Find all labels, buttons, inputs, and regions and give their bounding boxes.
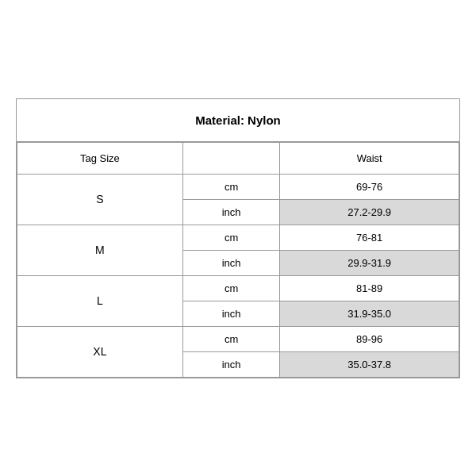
table-header: Tag Size Waist xyxy=(17,142,459,174)
unit-cell: cm xyxy=(182,174,279,199)
table-row: Lcm81-89 xyxy=(17,275,459,301)
waist-value-cell: 27.2-29.9 xyxy=(280,199,459,225)
waist-value-cell: 81-89 xyxy=(280,275,459,301)
chart-title: Material: Nylon xyxy=(17,99,459,142)
tag-size-cell: XL xyxy=(17,326,183,377)
waist-value-cell: 31.9-35.0 xyxy=(280,301,459,326)
tag-size-cell: S xyxy=(17,174,183,225)
unit-cell: cm xyxy=(182,326,279,351)
unit-cell: cm xyxy=(182,225,279,250)
unit-cell: inch xyxy=(182,301,279,326)
header-col2 xyxy=(182,142,279,174)
header-waist: Waist xyxy=(280,142,459,174)
table-row: XLcm89-96 xyxy=(17,326,459,351)
table-row: Mcm76-81 xyxy=(17,225,459,250)
size-table: Tag Size Waist Scm69-76inch27.2-29.9Mcm7… xyxy=(17,142,459,378)
unit-cell: cm xyxy=(182,275,279,301)
table-row: Scm69-76 xyxy=(17,174,459,199)
tag-size-cell: L xyxy=(17,275,183,326)
waist-value-cell: 69-76 xyxy=(280,174,459,199)
waist-value-cell: 29.9-31.9 xyxy=(280,250,459,275)
waist-value-cell: 76-81 xyxy=(280,225,459,250)
unit-cell: inch xyxy=(182,351,279,377)
waist-value-cell: 35.0-37.8 xyxy=(280,351,459,377)
header-tag-size: Tag Size xyxy=(17,142,183,174)
unit-cell: inch xyxy=(182,199,279,225)
size-chart: Material: Nylon Tag Size Waist Scm69-76i… xyxy=(16,98,460,378)
waist-value-cell: 89-96 xyxy=(280,326,459,351)
unit-cell: inch xyxy=(182,250,279,275)
tag-size-cell: M xyxy=(17,225,183,275)
